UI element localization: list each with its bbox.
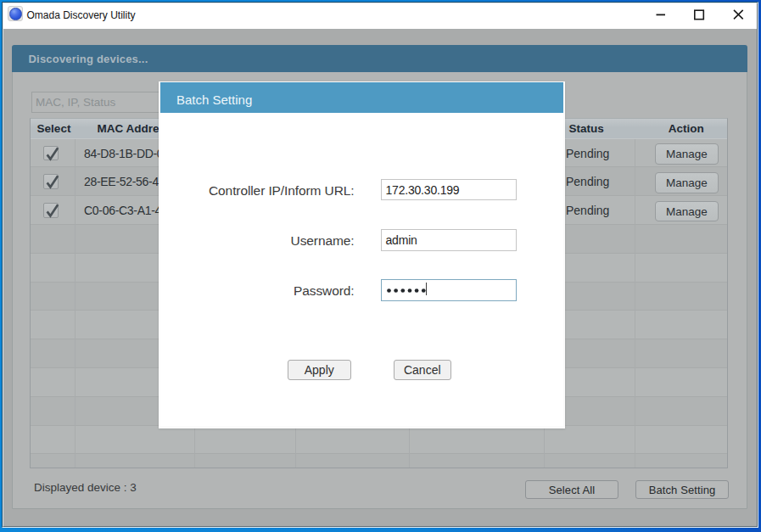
search-placeholder: MAC, IP, Status xyxy=(36,92,115,112)
batch-setting-dialog: Batch Setting Controller IP/Inform URL: … xyxy=(159,81,565,428)
cell-status: Pending xyxy=(566,139,609,168)
maximize-button[interactable] xyxy=(676,0,715,25)
table-row xyxy=(31,426,727,455)
apply-button[interactable]: Apply xyxy=(288,360,351,380)
controller-url-label: Controller IP/Inform URL: xyxy=(159,183,355,199)
row-checkbox[interactable] xyxy=(43,146,59,161)
row-checkbox[interactable] xyxy=(43,174,59,189)
column-divider xyxy=(635,139,635,468)
password-label: Password: xyxy=(159,283,355,299)
password-dots xyxy=(387,288,429,293)
controller-url-input[interactable]: 172.30.30.199 xyxy=(381,179,517,201)
dialog-header: Batch Setting xyxy=(160,82,563,113)
select-all-button[interactable]: Select All xyxy=(525,480,618,499)
app-icon xyxy=(8,6,23,21)
table-row xyxy=(31,454,727,468)
close-button[interactable] xyxy=(715,0,754,25)
panel-header: Discovering devices... xyxy=(12,45,747,72)
password-input[interactable] xyxy=(381,279,517,301)
dialog-title: Batch Setting xyxy=(176,82,252,113)
row-checkbox[interactable] xyxy=(43,203,59,218)
panel-header-title: Discovering devices... xyxy=(29,45,148,72)
manage-button[interactable]: Manage xyxy=(655,143,719,165)
batch-setting-button[interactable]: Batch Setting xyxy=(635,480,729,499)
cell-mac-address: C0-06-C3-A1-4 xyxy=(84,196,161,225)
column-header-action[interactable]: Action xyxy=(644,119,728,139)
username-value: admin xyxy=(386,233,417,247)
controller-url-value: 172.30.30.199 xyxy=(386,183,460,197)
username-label: Username: xyxy=(159,233,355,249)
minimize-button[interactable] xyxy=(638,0,677,25)
cell-status: Pending xyxy=(566,167,609,196)
manage-button[interactable]: Manage xyxy=(655,201,719,222)
password-dots-svg xyxy=(387,288,429,293)
window-title: Omada Discovery Utility xyxy=(27,3,136,29)
cell-status: Pending xyxy=(566,196,609,225)
manage-button[interactable]: Manage xyxy=(655,172,719,193)
cell-mac-address: 84-D8-1B-DD-0 xyxy=(84,139,163,168)
cell-mac-address: 28-EE-52-56-4 xyxy=(84,167,159,196)
column-header-select[interactable]: Select xyxy=(31,119,77,139)
text-caret xyxy=(426,283,427,295)
displayed-device-count: Displayed device : 3 xyxy=(34,479,137,497)
cancel-button[interactable]: Cancel xyxy=(394,360,451,380)
username-input[interactable]: admin xyxy=(381,229,517,251)
app-icon-sphere xyxy=(9,8,22,20)
column-divider xyxy=(75,139,76,468)
